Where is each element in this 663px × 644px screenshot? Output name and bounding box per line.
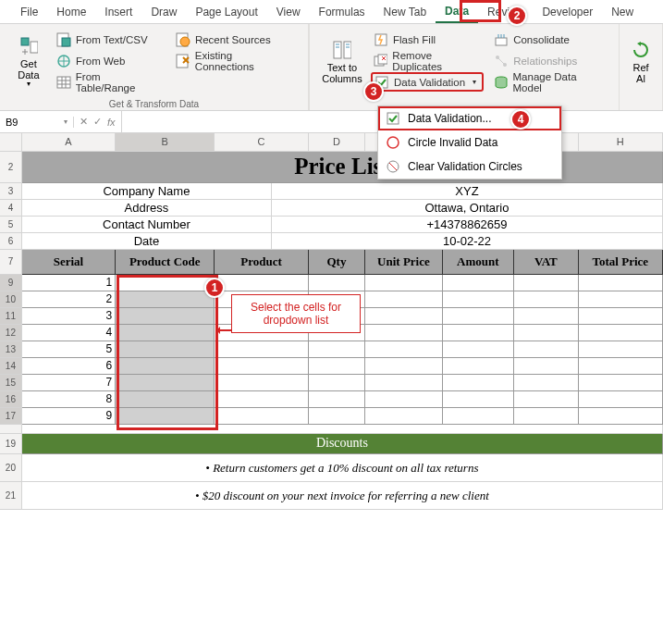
col-header-a[interactable]: A: [22, 133, 116, 152]
cell[interactable]: 8: [22, 391, 116, 408]
row-header[interactable]: 10: [0, 291, 22, 308]
cell[interactable]: [215, 341, 308, 358]
from-table-range-button[interactable]: From Table/Range: [54, 72, 166, 92]
cell[interactable]: [579, 408, 663, 425]
hdr-amount[interactable]: Amount: [443, 250, 514, 275]
row-header[interactable]: 21: [0, 482, 22, 510]
hdr-product[interactable]: Product: [215, 250, 308, 275]
from-text-csv-button[interactable]: From Text/CSV: [54, 30, 166, 49]
select-all-corner[interactable]: [0, 133, 22, 152]
cell[interactable]: [514, 325, 579, 341]
cell[interactable]: [116, 375, 215, 391]
cell[interactable]: [514, 408, 579, 425]
remove-duplicates-button[interactable]: Remove Duplicates: [371, 51, 484, 70]
date-value[interactable]: 10-02-22: [272, 233, 663, 250]
row-header[interactable]: 6: [0, 233, 22, 250]
fx-icon[interactable]: fx: [107, 117, 116, 128]
col-header-d[interactable]: D: [309, 133, 366, 152]
cell[interactable]: [365, 325, 442, 341]
row-header[interactable]: 20: [0, 454, 22, 482]
cell[interactable]: [365, 275, 442, 291]
row-header[interactable]: 9: [0, 275, 22, 291]
tab-new-tab[interactable]: New Tab: [374, 2, 436, 22]
row-header[interactable]: [0, 425, 22, 434]
cell[interactable]: 1: [22, 275, 116, 291]
enter-icon[interactable]: ✓: [93, 116, 102, 128]
cell[interactable]: [365, 375, 442, 391]
cell[interactable]: [215, 358, 308, 375]
row-header[interactable]: 12: [0, 325, 22, 341]
cell[interactable]: [443, 358, 514, 375]
col-header-c[interactable]: C: [215, 133, 308, 152]
cell[interactable]: [443, 325, 514, 341]
address-value[interactable]: Ottawa, Ontario: [272, 200, 663, 217]
cell[interactable]: 7: [22, 375, 116, 391]
recent-sources-button[interactable]: Recent Sources: [173, 30, 297, 49]
cell[interactable]: [116, 291, 215, 308]
title-cell[interactable]: Price List: [22, 152, 663, 183]
cell[interactable]: [309, 408, 366, 425]
tab-developer[interactable]: Developer: [533, 2, 602, 22]
name-box[interactable]: B9▾: [0, 117, 74, 128]
cell[interactable]: 3: [22, 308, 116, 325]
discount-note-2[interactable]: • $20 discount on your next invoice for …: [22, 482, 663, 510]
date-label[interactable]: Date: [22, 233, 272, 250]
cell[interactable]: [116, 325, 215, 341]
hdr-total-price[interactable]: Total Price: [579, 250, 663, 275]
cell[interactable]: [579, 358, 663, 375]
contact-value[interactable]: +14378862659: [272, 217, 663, 233]
contact-label[interactable]: Contact Number: [22, 217, 272, 233]
manage-data-model-button[interactable]: Manage Data Model: [491, 72, 608, 92]
tab-view[interactable]: View: [267, 2, 310, 22]
col-header-h[interactable]: H: [579, 133, 663, 152]
cell[interactable]: [365, 391, 442, 408]
cell[interactable]: 2: [22, 291, 116, 308]
from-web-button[interactable]: From Web: [54, 51, 166, 70]
hdr-vat[interactable]: VAT: [514, 250, 579, 275]
cell[interactable]: [579, 391, 663, 408]
cell[interactable]: [443, 308, 514, 325]
cell[interactable]: [22, 425, 663, 434]
tab-formulas[interactable]: Formulas: [310, 2, 374, 22]
discount-note-1[interactable]: • Return customers get a 10% discount on…: [22, 454, 663, 482]
cell[interactable]: [443, 291, 514, 308]
cell[interactable]: [215, 391, 308, 408]
cell[interactable]: [116, 341, 215, 358]
row-header[interactable]: 14: [0, 358, 22, 375]
tab-file[interactable]: File: [11, 2, 47, 22]
row-header[interactable]: 17: [0, 408, 22, 425]
dropdown-clear-circles[interactable]: Clear Validation Circles: [378, 155, 561, 179]
cell[interactable]: [309, 358, 366, 375]
cell[interactable]: [514, 358, 579, 375]
cell[interactable]: 5: [22, 341, 116, 358]
cell[interactable]: [309, 341, 366, 358]
cell[interactable]: [116, 358, 215, 375]
row-header[interactable]: 15: [0, 375, 22, 391]
cell[interactable]: [365, 341, 442, 358]
tab-insert[interactable]: Insert: [95, 2, 141, 22]
cell[interactable]: [309, 391, 366, 408]
row-header[interactable]: 2: [0, 152, 22, 183]
row-header[interactable]: 19: [0, 434, 22, 454]
cell[interactable]: [116, 275, 215, 291]
address-label[interactable]: Address: [22, 200, 272, 217]
tab-home[interactable]: Home: [47, 2, 95, 22]
cell[interactable]: [365, 291, 442, 308]
dropdown-data-validation[interactable]: Data Validation...: [378, 106, 561, 130]
row-header[interactable]: 13: [0, 341, 22, 358]
cell[interactable]: 4: [22, 325, 116, 341]
data-validation-button[interactable]: Data Validation▾: [371, 72, 484, 92]
tab-new[interactable]: New: [602, 2, 643, 22]
cell[interactable]: [309, 375, 366, 391]
row-header[interactable]: 7: [0, 250, 22, 275]
cell[interactable]: [514, 275, 579, 291]
company-value[interactable]: XYZ: [272, 183, 663, 200]
cell[interactable]: [514, 391, 579, 408]
get-data-button[interactable]: Get Data▾: [7, 28, 50, 97]
cell[interactable]: [443, 408, 514, 425]
cell[interactable]: [579, 375, 663, 391]
refresh-all-button[interactable]: RefAl: [627, 28, 655, 97]
cell[interactable]: [443, 275, 514, 291]
cell[interactable]: [116, 391, 215, 408]
row-header[interactable]: 4: [0, 200, 22, 217]
